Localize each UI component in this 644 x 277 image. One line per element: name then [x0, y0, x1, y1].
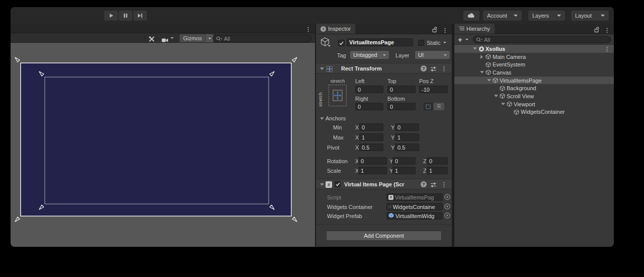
panel-menu-icon[interactable]: ⋮ [442, 27, 448, 34]
presets-icon[interactable] [430, 182, 437, 189]
z-axis-label: Z [423, 158, 427, 164]
hierarchy-row-scene[interactable]: Xsollus ⋮ [454, 45, 614, 53]
right-field[interactable] [355, 103, 383, 110]
anchors-foldout-icon[interactable] [320, 117, 324, 120]
hierarchy-row[interactable]: Canvas [454, 68, 614, 77]
left-field[interactable] [355, 86, 383, 93]
widgets-container-field[interactable]: ∷ WidgetsContaine [386, 203, 443, 211]
hierarchy-row[interactable]: Background [454, 84, 614, 92]
hierarchy-search-field[interactable] [473, 36, 611, 43]
widget-prefab-field[interactable]: VirtualItemWidg [386, 212, 443, 220]
foldout-icon[interactable] [480, 55, 483, 59]
rotation-x-field[interactable] [358, 157, 387, 165]
script-component-header[interactable]: # Virtual Items Page (Scr ? ⋮ [316, 179, 452, 189]
foldout-icon[interactable] [501, 103, 505, 105]
gizmos-dropdown[interactable]: Gizmos [180, 34, 213, 42]
presets-icon[interactable] [430, 66, 437, 73]
create-dropdown-icon[interactable] [465, 39, 468, 40]
scene-menu-icon[interactable]: ⋮ [604, 45, 610, 52]
chevron-down-icon [444, 54, 447, 56]
component-menu-icon[interactable]: ⋮ [441, 181, 447, 188]
foldout-icon[interactable] [487, 79, 491, 82]
hierarchy-row[interactable]: Scroll View [454, 92, 614, 100]
pivot-y-field[interactable] [395, 144, 419, 151]
hierarchy-row[interactable]: EventSystem [454, 60, 614, 68]
hierarchy-panel: Hierarchy ⋮ + Xsollus [454, 24, 614, 247]
component-title: Rect Transform [341, 65, 382, 72]
layers-dropdown[interactable]: Layers [528, 11, 565, 21]
hierarchy-search-input[interactable] [484, 37, 608, 43]
layer-value: UI [418, 52, 444, 58]
object-picker-icon[interactable] [444, 203, 451, 211]
play-button[interactable] [104, 11, 118, 21]
step-button[interactable] [133, 11, 147, 21]
gameobject-name-field[interactable] [347, 38, 413, 46]
hierarchy-row-selected[interactable]: VirtualItemsPage [454, 77, 614, 85]
hierarchy-row[interactable]: WidgetsContainer [454, 108, 614, 116]
scene-search-input[interactable] [224, 36, 308, 42]
posz-field[interactable] [419, 86, 448, 93]
static-checkbox[interactable] [418, 40, 424, 46]
raw-edit-mode-button[interactable]: R [434, 103, 444, 110]
scene-search-field[interactable] [213, 35, 311, 42]
cloud-services-button[interactable] [463, 11, 479, 21]
inspector-body: Static Tag Untagged Layer UI [316, 34, 452, 247]
hierarchy-row[interactable]: Viewport [454, 100, 614, 108]
add-component-button[interactable]: Add Component [326, 231, 442, 241]
panel-menu-icon[interactable]: ⋮ [604, 27, 610, 34]
layout-dropdown[interactable]: Layout [571, 11, 609, 21]
scene-viewport[interactable] [11, 43, 315, 247]
scale-x-field[interactable] [358, 167, 387, 174]
posz-label: Pos Z [419, 78, 434, 84]
check-icon [339, 41, 344, 45]
foldout-icon[interactable] [320, 67, 324, 70]
script-icon: # [388, 195, 393, 200]
object-picker-icon[interactable] [444, 212, 451, 220]
gameobject-icon[interactable] [320, 37, 331, 50]
pause-button[interactable] [119, 11, 132, 21]
rect-transform-header[interactable]: Rect Transform ? ⋮ [316, 63, 452, 74]
script-object-field[interactable]: # VirtualItemsPag [386, 193, 443, 201]
tab-inspector[interactable]: i Inspector [316, 24, 355, 34]
anchor-min-y-field[interactable] [395, 123, 419, 131]
object-picker-icon[interactable] [444, 193, 451, 201]
scene-toolbar: Gizmos [11, 33, 315, 43]
tag-dropdown[interactable]: Untagged [350, 51, 389, 59]
account-dropdown[interactable]: Account [483, 11, 522, 21]
enabled-checkbox[interactable] [335, 181, 341, 187]
anchor-min-x-field[interactable] [359, 123, 383, 131]
pivot-x-field[interactable] [359, 144, 383, 151]
rotation-y-field[interactable] [392, 157, 416, 165]
camera-dropdown-icon[interactable] [171, 37, 174, 39]
layout-label: Layout [575, 13, 601, 19]
panel-menu-icon[interactable]: ⋮ [305, 26, 311, 33]
tab-hierarchy[interactable]: Hierarchy [454, 24, 495, 34]
anchor-preset-widget[interactable] [328, 84, 347, 108]
layer-dropdown[interactable]: UI [415, 51, 450, 59]
anchor-max-x-field[interactable] [359, 133, 383, 141]
foldout-icon[interactable] [494, 95, 498, 97]
component-menu-icon[interactable]: ⋮ [441, 65, 447, 72]
blueprint-mode-button[interactable] [424, 103, 433, 110]
lock-icon[interactable] [432, 26, 438, 35]
help-icon[interactable]: ? [421, 181, 427, 187]
top-field[interactable] [387, 86, 416, 93]
hierarchy-row[interactable]: Main Camera [454, 53, 614, 61]
scale-z-field[interactable] [427, 167, 448, 174]
top-label: Top [387, 78, 396, 84]
create-add-icon[interactable]: + [458, 35, 462, 44]
gameobject-cube-icon [506, 101, 513, 107]
gizmos-arrow-segment[interactable] [205, 34, 213, 42]
rotation-z-field[interactable] [427, 157, 448, 165]
foldout-icon[interactable] [320, 183, 324, 186]
lock-icon[interactable] [594, 26, 600, 35]
main-toolbar: Account Layers Layout [11, 7, 614, 24]
foldout-icon[interactable] [473, 47, 477, 50]
static-dropdown-icon[interactable] [443, 42, 446, 43]
bottom-field[interactable] [387, 103, 416, 110]
help-icon[interactable]: ? [421, 65, 427, 72]
anchor-max-y-field[interactable] [395, 133, 419, 141]
foldout-icon[interactable] [480, 71, 484, 74]
active-checkbox[interactable] [338, 40, 345, 46]
scale-y-field[interactable] [392, 167, 416, 174]
